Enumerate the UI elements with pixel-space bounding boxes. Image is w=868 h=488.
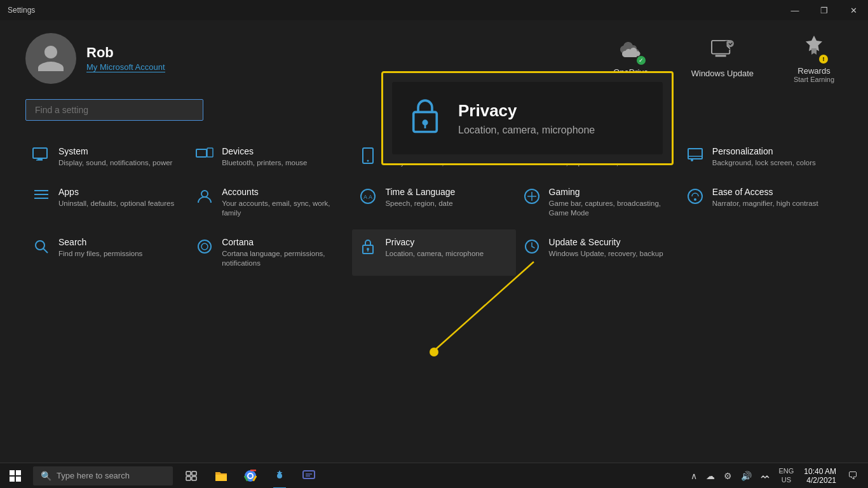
window-title: Settings <box>8 6 35 15</box>
time-icon: AA <box>358 188 377 208</box>
settings-item-devices[interactable]: Devices Bluetooth, printers, mouse <box>189 139 352 175</box>
system-desc: Display, sound, notifications, power <box>58 158 172 168</box>
clock[interactable]: 10:40 AM 4/2/2021 <box>799 463 841 489</box>
search-input[interactable] <box>25 99 203 121</box>
date-display: 4/2/2021 <box>806 476 836 485</box>
avatar[interactable] <box>25 33 76 84</box>
gaming-title: Gaming <box>549 187 673 197</box>
settings-item-system[interactable]: System Display, sound, notifications, po… <box>25 139 189 175</box>
taskbar-pinned-icons <box>178 463 205 489</box>
chrome-app[interactable] <box>236 463 264 489</box>
search-settings-title: Search <box>58 237 142 247</box>
minimize-button[interactable]: — <box>780 0 810 20</box>
svg-point-36 <box>430 348 438 356</box>
start-button[interactable] <box>0 463 31 489</box>
onedrive-icon-container: ✓ <box>619 40 643 64</box>
onedrive-tray-icon[interactable]: ☁ <box>702 463 719 489</box>
settings-item-personalization[interactable]: Personalization Background, lock screen,… <box>679 139 843 175</box>
settings-main: Rob My Microsoft Account ✓ OneDri <box>0 20 868 463</box>
svg-point-14 <box>691 159 693 161</box>
privacy-icon <box>358 238 377 259</box>
settings-app[interactable] <box>266 463 294 489</box>
svg-point-28 <box>201 243 208 250</box>
taskbar-search[interactable]: 🔍 Type here to search <box>33 466 173 485</box>
messaging-app[interactable] <box>295 463 323 489</box>
svg-rect-40 <box>16 477 21 482</box>
settings-item-accounts[interactable]: Accounts Your accounts, email, sync, wor… <box>189 179 352 226</box>
update-icon <box>522 238 541 259</box>
system-tray: ∧ ☁ ⚙ 🔊 ENGUS 10:40 AM 4/2/2021 🗨 <box>687 463 868 489</box>
apps-icon <box>32 188 51 206</box>
microsoft-account-link[interactable]: My Microsoft Account <box>86 62 165 72</box>
svg-rect-48 <box>303 471 315 478</box>
settings-item-time[interactable]: AA Time & Language Speech, region, date <box>352 179 515 226</box>
notification-button[interactable]: 🗨 <box>843 463 863 489</box>
user-name: Rob <box>86 44 165 61</box>
settings-item-cortana[interactable]: Cortana Cortana language, permissions, n… <box>189 229 352 276</box>
time-display: 10:40 AM <box>804 467 836 476</box>
settings-item-ease[interactable]: Ease of Access Narrator, magnifier, high… <box>679 179 843 226</box>
settings-item-privacy[interactable]: Privacy Location, camera, microphone <box>352 229 515 276</box>
taskbar-search-text: Type here to search <box>57 471 130 480</box>
svg-point-18 <box>201 191 208 197</box>
svg-rect-13 <box>688 149 702 159</box>
zoom-title: Privacy <box>458 101 595 121</box>
settings-item-apps[interactable]: Apps Uninstall, defaults, optional featu… <box>25 179 189 226</box>
task-view-button[interactable] <box>178 463 205 489</box>
settings-item-update[interactable]: Update & Security Windows Update, recove… <box>516 229 679 276</box>
update-title: Update & Security <box>549 237 663 247</box>
devices-desc: Bluetooth, printers, mouse <box>222 158 307 168</box>
windows-update-icon <box>710 39 735 60</box>
window-controls: — ❐ ✕ <box>780 0 868 20</box>
maximize-button[interactable]: ❐ <box>810 0 839 20</box>
rewards-link[interactable]: ! Rewards Start Earning <box>785 34 843 83</box>
svg-rect-38 <box>16 470 21 475</box>
chrome-icon <box>244 470 257 482</box>
rewards-sublabel: Start Earning <box>794 76 834 83</box>
svg-point-23 <box>688 189 702 203</box>
svg-point-11 <box>367 160 369 162</box>
file-explorer-icon <box>215 470 227 482</box>
svg-rect-8 <box>196 149 207 157</box>
svg-point-25 <box>36 241 44 250</box>
gaming-icon <box>522 188 541 208</box>
accounts-desc: Your accounts, email, sync, work, family <box>222 199 346 218</box>
svg-point-47 <box>248 474 252 478</box>
gaming-desc: Game bar, captures, broadcasting, Game M… <box>549 199 673 218</box>
user-icon <box>35 43 67 74</box>
messaging-icon <box>302 470 315 482</box>
accounts-icon <box>195 188 214 208</box>
rewards-badge: ! <box>819 55 828 64</box>
chevron-up-icon[interactable]: ∧ <box>687 463 701 489</box>
svg-rect-9 <box>207 148 213 157</box>
settings-item-search[interactable]: Search Find my files, permissions <box>25 229 189 276</box>
windows-update-link[interactable]: Windows Update <box>691 39 754 78</box>
privacy-title: Privacy <box>385 237 484 247</box>
svg-text:A: A <box>363 194 367 200</box>
privacy-desc: Location, camera, microphone <box>385 249 484 259</box>
svg-rect-5 <box>33 148 47 158</box>
svg-rect-41 <box>186 471 191 475</box>
personalization-icon <box>686 147 705 168</box>
cortana-title: Cortana <box>222 237 346 247</box>
svg-rect-42 <box>192 471 196 475</box>
volume-icon[interactable]: 🔊 <box>737 463 756 489</box>
network-tray-icon[interactable] <box>757 463 773 489</box>
zoom-lock-icon <box>407 95 443 142</box>
accounts-title: Accounts <box>222 187 346 197</box>
close-button[interactable]: ✕ <box>839 0 868 20</box>
zoom-inner: Privacy Location, camera, microphone <box>392 82 663 154</box>
phone-icon <box>358 147 377 168</box>
system-tray-icon-1[interactable]: ⚙ <box>720 463 736 489</box>
personalization-title: Personalization <box>712 146 816 156</box>
file-explorer-app[interactable] <box>207 463 235 489</box>
windows-logo-icon <box>10 470 21 482</box>
ease-desc: Narrator, magnifier, high contrast <box>712 199 818 208</box>
svg-rect-2 <box>715 55 726 57</box>
time-desc: Speech, region, date <box>385 199 455 208</box>
language-indicator[interactable]: ENGUS <box>775 463 797 489</box>
settings-item-gaming[interactable]: Gaming Game bar, captures, broadcasting,… <box>516 179 679 226</box>
rewards-icon <box>803 34 825 57</box>
svg-point-4 <box>726 39 733 46</box>
taskbar-running-apps <box>207 463 323 489</box>
